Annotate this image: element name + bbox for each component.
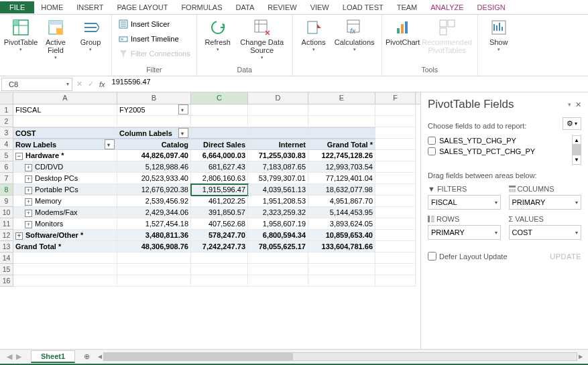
sheet-tab[interactable]: Sheet1 xyxy=(31,350,75,363)
cell[interactable] xyxy=(375,264,416,275)
group-button[interactable]: Group▾ xyxy=(74,17,107,60)
cell[interactable] xyxy=(375,104,416,116)
row-header[interactable]: 12 xyxy=(0,230,13,241)
cell[interactable] xyxy=(191,104,248,116)
cell[interactable] xyxy=(191,264,248,275)
row-header[interactable]: 13 xyxy=(0,241,13,252)
cell[interactable] xyxy=(375,173,416,184)
cell[interactable]: +Portable PCs xyxy=(13,184,117,196)
tab-design[interactable]: DESIGN xyxy=(471,1,512,13)
filters-area[interactable]: FISCAL▾ xyxy=(428,195,501,210)
cell[interactable]: 391,850.57 xyxy=(191,207,248,218)
cell[interactable]: Direct Sales xyxy=(191,139,248,150)
cell[interactable]: 20,523,933.40 xyxy=(117,173,191,184)
actions-button[interactable]: Actions▾ xyxy=(297,17,331,52)
row-header[interactable]: 8 xyxy=(0,184,13,196)
cell[interactable]: 48,306,908.76 xyxy=(117,241,191,252)
cell[interactable]: 1,958,607.19 xyxy=(248,218,308,230)
cell[interactable] xyxy=(375,241,416,252)
row-header[interactable]: 2 xyxy=(0,116,13,127)
col-header-D[interactable]: D xyxy=(248,92,308,104)
cell[interactable] xyxy=(13,252,117,264)
cell[interactable]: 461,202.25 xyxy=(191,196,248,207)
row-header[interactable]: 3 xyxy=(0,127,13,139)
cell[interactable]: Catalog xyxy=(117,139,191,150)
tab-analyze[interactable]: ANALYZE xyxy=(424,1,470,13)
insert-timeline-button[interactable]: Insert Timeline xyxy=(116,31,192,46)
col-header-B[interactable]: B xyxy=(117,92,191,104)
fields-settings-button[interactable]: ⚙▾ xyxy=(563,117,581,130)
cell[interactable] xyxy=(13,116,117,127)
cell[interactable]: 122,745,128.26 xyxy=(308,150,375,161)
cell[interactable] xyxy=(117,275,191,287)
tab-home[interactable]: HOME xyxy=(34,1,70,13)
cell[interactable] xyxy=(248,252,308,264)
cell[interactable]: 3,893,624.05 xyxy=(308,218,375,230)
row-header[interactable]: 9 xyxy=(0,196,13,207)
cell[interactable]: 78,055,625.17 xyxy=(248,241,308,252)
hscroll-left[interactable]: ◀ xyxy=(98,354,102,360)
calculations-button[interactable]: fx Calculations▾ xyxy=(332,17,377,52)
cell[interactable] xyxy=(375,196,416,207)
cell[interactable]: 53,799,307.01 xyxy=(248,173,308,184)
pivottable-button[interactable]: PivotTable▾ xyxy=(4,17,38,60)
name-box[interactable]: C8▾ xyxy=(1,78,72,91)
cell[interactable]: Internet xyxy=(248,139,308,150)
row-header[interactable]: 1 xyxy=(0,104,13,116)
cell[interactable]: 578,247.70 xyxy=(191,230,248,241)
cell[interactable]: 5,128,988.46 xyxy=(117,161,191,173)
cell[interactable] xyxy=(375,275,416,287)
tab-insert[interactable]: INSERT xyxy=(70,1,110,13)
cell[interactable]: 71,255,030.83 xyxy=(248,150,308,161)
cell[interactable]: 1,951,208.53 xyxy=(248,196,308,207)
cell[interactable]: 4,039,561.13 xyxy=(248,184,308,196)
col-header-E[interactable]: E xyxy=(308,92,375,104)
cell[interactable]: +Desktop PCs xyxy=(13,173,117,184)
tab-load-test[interactable]: LOAD TEST xyxy=(336,1,390,13)
cell[interactable]: FY2005 xyxy=(117,104,191,116)
tab-view[interactable]: VIEW xyxy=(304,1,336,13)
hscroll-right[interactable]: ▶ xyxy=(579,354,583,360)
cell[interactable] xyxy=(308,264,375,275)
cell[interactable] xyxy=(375,252,416,264)
cell[interactable] xyxy=(375,161,416,173)
cell[interactable] xyxy=(375,184,416,196)
cell[interactable] xyxy=(375,116,416,127)
cell[interactable] xyxy=(248,275,308,287)
cell[interactable]: 3,480,811.36 xyxy=(117,230,191,241)
values-area[interactable]: COST▾ xyxy=(509,225,582,240)
cell[interactable]: Grand Total * xyxy=(13,241,117,252)
cell[interactable]: 1,527,454.18 xyxy=(117,218,191,230)
cell[interactable] xyxy=(13,264,117,275)
cell[interactable]: 2,806,160.63 xyxy=(191,173,248,184)
cell[interactable] xyxy=(248,104,308,116)
rows-area[interactable]: PRIMARY▾ xyxy=(428,225,501,240)
cell[interactable]: Grand Total * xyxy=(308,139,375,150)
cell[interactable]: 7,183,087.65 xyxy=(248,161,308,173)
cell[interactable] xyxy=(375,218,416,230)
select-all-corner[interactable] xyxy=(0,92,13,104)
cell[interactable]: 77,129,401.04 xyxy=(308,173,375,184)
cell[interactable] xyxy=(375,150,416,161)
cell[interactable]: 2,323,259.32 xyxy=(248,207,308,218)
cell[interactable]: +CD/DVD xyxy=(13,161,117,173)
cell[interactable]: 6,800,594.34 xyxy=(248,230,308,241)
insert-slicer-button[interactable]: Insert Slicer xyxy=(116,17,192,31)
cell[interactable]: 18,632,077.98 xyxy=(308,184,375,196)
cell[interactable]: −Hardware * xyxy=(13,150,117,161)
cell[interactable] xyxy=(248,127,308,139)
cell[interactable]: 5,144,453.95 xyxy=(308,207,375,218)
cell[interactable] xyxy=(191,127,248,139)
tab-data[interactable]: DATA xyxy=(229,1,261,13)
row-header[interactable]: 14 xyxy=(0,252,13,264)
cell[interactable] xyxy=(308,252,375,264)
change-data-source-button[interactable]: Change Data Source▾ xyxy=(236,17,288,60)
cell[interactable] xyxy=(248,116,308,127)
cell[interactable] xyxy=(191,116,248,127)
col-header-F[interactable]: F xyxy=(375,92,416,104)
tab-team[interactable]: TEAM xyxy=(390,1,424,13)
row-header[interactable]: 10 xyxy=(0,207,13,218)
cell[interactable]: 681,627.43 xyxy=(191,161,248,173)
cell[interactable]: 4,951,867.70 xyxy=(308,196,375,207)
tab-formulas[interactable]: FORMULAS xyxy=(174,1,229,13)
